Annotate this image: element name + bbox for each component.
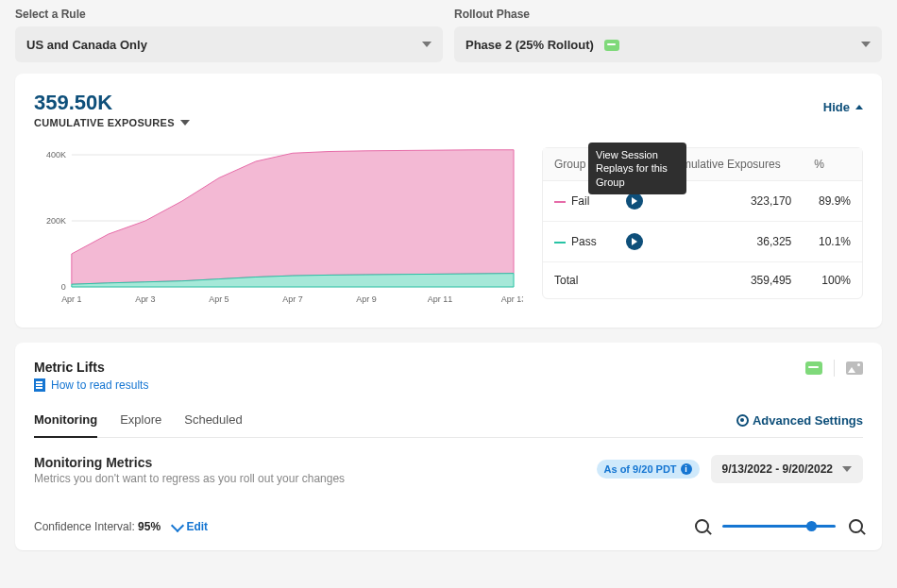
svg-text:Apr 3: Apr 3 (135, 294, 155, 304)
chevron-down-icon (861, 42, 871, 47)
divider (834, 360, 835, 377)
svg-text:200K: 200K (46, 216, 66, 226)
svg-text:Apr 13: Apr 13 (501, 294, 523, 304)
zoom-slider[interactable] (722, 525, 836, 528)
rule-value: US and Canada Only (26, 38, 147, 52)
document-icon (34, 378, 45, 392)
chevron-down-icon (842, 466, 852, 472)
how-to-read-link[interactable]: How to read results (34, 378, 148, 392)
gear-icon (736, 414, 749, 427)
zoom-out-icon[interactable] (695, 519, 709, 533)
rule-label: Select a Rule (15, 8, 443, 21)
monitoring-subtitle: Metrics you don't want to regress as you… (34, 472, 345, 485)
exposures-chart: 0200K400KApr 1Apr 3Apr 5Apr 7Apr 9Apr 11… (34, 147, 523, 311)
advanced-settings-button[interactable]: Advanced Settings (736, 412, 863, 437)
asof-pill: As of 9/20 PDT i (597, 460, 700, 479)
exposures-table: View Session Replays for this Group Grou… (542, 147, 863, 299)
tab-scheduled[interactable]: Scheduled (184, 412, 242, 437)
pass-legend-icon (554, 242, 566, 244)
phase-label: Rollout Phase (454, 8, 882, 21)
chevron-down-icon (422, 42, 432, 47)
hide-button[interactable]: Hide (823, 100, 863, 114)
svg-text:Apr 5: Apr 5 (209, 294, 228, 304)
lifts-title: Metric Lifts (34, 360, 148, 375)
th-pct: % (803, 148, 862, 181)
svg-text:Apr 11: Apr 11 (428, 294, 452, 304)
exposure-label-dropdown[interactable]: CUMULATIVE EXPOSURES (34, 117, 190, 128)
svg-text:Apr 1: Apr 1 (61, 294, 81, 304)
tab-explore[interactable]: Explore (120, 412, 161, 437)
pencil-icon (171, 518, 184, 531)
play-button-fail[interactable] (626, 193, 643, 210)
chevron-up-icon (855, 105, 863, 109)
monitoring-title: Monitoring Metrics (34, 455, 345, 470)
phase-select[interactable]: Phase 2 (25% Rollout) (454, 26, 882, 62)
phase-badge-icon (604, 40, 619, 51)
chart-view-icon[interactable] (805, 361, 822, 375)
ci-edit-button[interactable]: Edit (173, 520, 208, 533)
table-row-total: Total 359,495 100% (543, 262, 862, 299)
image-view-icon[interactable] (846, 361, 863, 375)
info-icon[interactable]: i (681, 463, 692, 475)
svg-text:0: 0 (61, 282, 66, 292)
svg-text:400K: 400K (46, 150, 66, 160)
rule-select[interactable]: US and Canada Only (15, 26, 443, 62)
exposure-value: 359.50K (34, 91, 190, 115)
lifts-tabs: Monitoring Explore Scheduled Advanced Se… (34, 412, 863, 438)
metric-lifts-card: Metric Lifts How to read results Monitor… (15, 343, 882, 550)
ci-label: Confidence Interval: 95% Edit (34, 520, 208, 533)
table-row: Pass 36,325 10.1% (543, 222, 862, 262)
phase-value: Phase 2 (25% Rollout) (465, 38, 594, 52)
fail-legend-icon (554, 201, 566, 203)
play-button-pass[interactable] (626, 233, 643, 250)
play-tooltip: View Session Replays for this Group (588, 143, 686, 194)
exposures-card: 359.50K CUMULATIVE EXPOSURES Hide 0200K4… (15, 74, 882, 328)
caret-down-icon (180, 120, 190, 126)
date-range-picker[interactable]: 9/13/2022 - 9/20/2022 (711, 455, 863, 483)
svg-text:Apr 9: Apr 9 (356, 294, 376, 304)
zoom-controls (695, 519, 863, 533)
tab-monitoring[interactable]: Monitoring (34, 412, 97, 438)
zoom-in-icon[interactable] (849, 519, 863, 533)
svg-text:Apr 7: Apr 7 (282, 294, 302, 304)
